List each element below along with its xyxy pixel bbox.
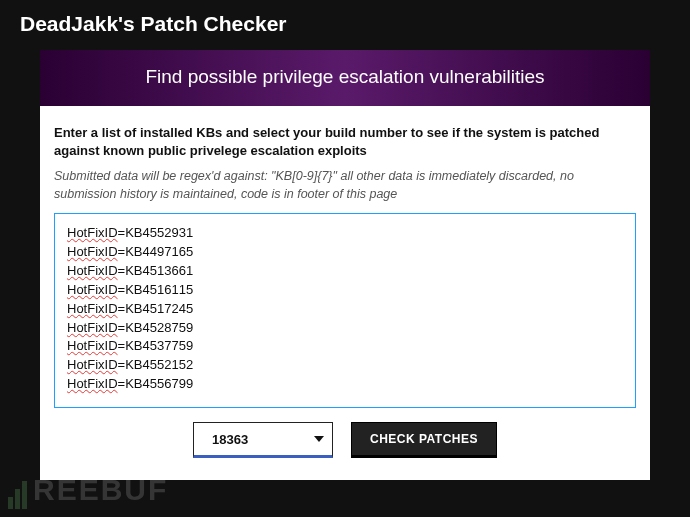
check-patches-button[interactable]: CHECK PATCHES xyxy=(351,422,497,458)
kb-textarea-wrap: HotFixID=KB4552931 HotFixID=KB4497165 Ho… xyxy=(54,213,636,408)
brand-title: DeadJakk's Patch Checker xyxy=(20,12,670,36)
hero-banner: Find possible privilege escalation vulne… xyxy=(40,50,650,106)
hero-title: Find possible privilege escalation vulne… xyxy=(50,66,640,88)
controls-row: 18363 CHECK PATCHES xyxy=(54,422,636,458)
chevron-down-icon xyxy=(314,436,324,442)
instructions-text: Enter a list of installed KBs and select… xyxy=(54,124,636,159)
disclaimer-text: Submitted data will be regex'd against: … xyxy=(54,167,636,203)
main-card: Enter a list of installed KBs and select… xyxy=(40,106,650,480)
watermark-bars-icon xyxy=(8,475,29,509)
build-select[interactable]: 18363 xyxy=(193,422,333,458)
kb-textarea[interactable]: HotFixID=KB4552931 HotFixID=KB4497165 Ho… xyxy=(54,213,636,408)
top-nav: DeadJakk's Patch Checker xyxy=(0,0,690,50)
build-select-value: 18363 xyxy=(212,432,248,447)
